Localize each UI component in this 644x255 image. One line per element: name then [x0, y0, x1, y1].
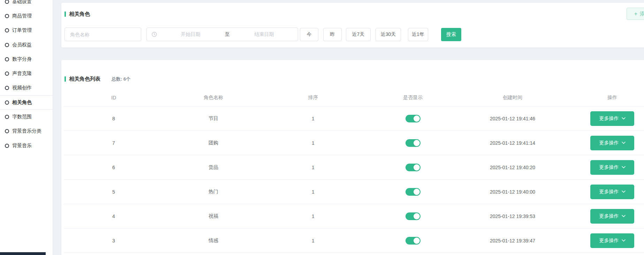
cell-id: 4 — [64, 213, 164, 219]
column-header: 是否显示 — [363, 95, 463, 101]
sidebar-item-label: 商品管理 — [12, 13, 32, 19]
visibility-toggle[interactable] — [406, 139, 421, 147]
cell-created-time: 2025-01-12 19:39:53 — [463, 213, 562, 219]
cell-sort: 1 — [263, 165, 363, 170]
cell-sort: 1 — [263, 238, 363, 243]
cell-role-name: 热门 — [164, 189, 263, 195]
table-row: 5热门12025-01-12 19:40:00更多操作 — [64, 180, 644, 204]
sidebar-item-label: 背景音乐 — [12, 143, 32, 149]
visibility-toggle[interactable] — [406, 212, 421, 220]
visibility-toggle[interactable] — [406, 237, 421, 245]
sidebar-item-label: 背景音乐分类 — [12, 128, 41, 134]
more-actions-label: 更多操作 — [599, 164, 619, 171]
table-header-row: ID角色名称排序是否显示创建时间操作 — [64, 89, 644, 106]
quick-range-button[interactable]: 近7天 — [346, 28, 371, 41]
column-header: 角色名称 — [164, 95, 263, 101]
visibility-toggle[interactable] — [406, 115, 421, 122]
column-header: 操作 — [562, 95, 644, 101]
more-actions-label: 更多操作 — [599, 189, 619, 195]
cell-visibility — [363, 212, 463, 220]
plus-icon: + — [634, 11, 637, 17]
sidebar: 基础设置商品管理订单管理会员权益数字分身声音克隆视频创作相关角色字数范围背景音乐… — [0, 0, 53, 255]
radio-circle-icon — [5, 129, 9, 133]
sidebar-item-selected[interactable]: 相关角色 — [0, 95, 53, 110]
cell-sort: 1 — [263, 116, 363, 121]
sidebar-item[interactable]: 基础设置 — [0, 0, 53, 9]
total-count-label: 总数: 6个 — [112, 76, 130, 82]
sidebar-item-label: 数字分身 — [12, 56, 32, 62]
chevron-down-icon — [622, 215, 626, 217]
cell-id: 7 — [64, 140, 164, 146]
radio-circle-icon — [5, 115, 9, 119]
cell-created-time: 2025-01-12 19:41:46 — [463, 116, 562, 121]
cell-sort: 1 — [263, 140, 363, 146]
more-actions-button[interactable]: 更多操作 — [590, 185, 634, 199]
quick-range-button[interactable]: 近1年 — [408, 28, 428, 41]
cell-created-time: 2025-01-12 19:40:20 — [463, 165, 562, 170]
sidebar-item[interactable]: 会员权益 — [0, 38, 53, 52]
list-card-title: 相关角色列表 — [69, 76, 100, 82]
cell-role-name: 节日 — [164, 115, 263, 122]
roles-table: ID角色名称排序是否显示创建时间操作 8节日12025-01-12 19:41:… — [64, 89, 644, 253]
add-role-button[interactable]: + 添加 — [627, 8, 644, 20]
cell-role-name: 团购 — [164, 140, 263, 146]
chevron-down-icon — [622, 190, 626, 193]
cell-role-name: 货品 — [164, 164, 263, 171]
sidebar-item-label: 字数范围 — [12, 114, 32, 120]
more-actions-label: 更多操作 — [599, 140, 619, 146]
more-actions-button[interactable]: 更多操作 — [590, 111, 634, 126]
radio-circle-icon — [5, 72, 9, 76]
cell-created-time: 2025-01-12 19:40:00 — [463, 189, 562, 195]
table-row: 7团购12025-01-12 19:41:14更多操作 — [64, 131, 644, 155]
visibility-toggle[interactable] — [406, 188, 421, 196]
cell-id: 6 — [64, 165, 164, 170]
cell-id: 3 — [64, 238, 164, 243]
chevron-down-icon — [622, 239, 626, 242]
more-actions-label: 更多操作 — [599, 213, 619, 219]
cell-actions: 更多操作 — [562, 209, 644, 224]
filter-card: 相关角色 开始日期 至 结束日期 今昨近7天近30天近1年 搜索 + 添加 — [61, 3, 644, 47]
more-actions-button[interactable]: 更多操作 — [590, 136, 634, 150]
cell-id: 5 — [64, 189, 164, 195]
toggle-knob-icon — [414, 164, 420, 171]
radio-circle-icon — [5, 28, 9, 32]
quick-range-button[interactable]: 近30天 — [376, 28, 401, 41]
sidebar-item[interactable]: 视频创作 — [0, 81, 53, 95]
column-header: ID — [64, 95, 164, 100]
radio-circle-icon — [5, 100, 9, 105]
sidebar-item-label: 会员权益 — [12, 42, 32, 48]
more-actions-button[interactable]: 更多操作 — [590, 209, 634, 224]
sidebar-item-label: 视频创作 — [12, 85, 32, 91]
toggle-knob-icon — [414, 115, 420, 122]
more-actions-button[interactable]: 更多操作 — [590, 160, 634, 175]
add-role-button-label: 添加 — [640, 11, 644, 17]
sidebar-item[interactable]: 背景音乐分类 — [0, 124, 53, 138]
sidebar-item[interactable]: 字数范围 — [0, 110, 53, 124]
cell-role-name: 祝福 — [164, 213, 263, 219]
sidebar-item[interactable]: 数字分身 — [0, 52, 53, 66]
more-actions-button[interactable]: 更多操作 — [590, 233, 634, 248]
sidebar-item[interactable]: 声音克隆 — [0, 66, 53, 81]
sidebar-item[interactable]: 商品管理 — [0, 9, 53, 23]
more-actions-label: 更多操作 — [599, 115, 619, 122]
table-row: 3情感12025-01-12 19:39:47更多操作 — [64, 228, 644, 253]
sidebar-menu: 基础设置商品管理订单管理会员权益数字分身声音克隆视频创作相关角色字数范围背景音乐… — [0, 0, 53, 153]
column-header: 创建时间 — [463, 95, 562, 101]
visibility-toggle[interactable] — [406, 164, 421, 171]
sidebar-item-label: 相关角色 — [12, 99, 32, 106]
quick-range-button[interactable]: 昨 — [323, 28, 342, 41]
sidebar-item-label: 基础设置 — [12, 0, 32, 5]
sidebar-item-label: 声音克隆 — [12, 70, 32, 77]
title-accent-bar-icon — [65, 76, 66, 82]
cell-visibility — [363, 139, 463, 147]
cell-created-time: 2025-01-12 19:39:47 — [463, 238, 562, 243]
sidebar-item[interactable]: 订单管理 — [0, 23, 53, 38]
radio-circle-icon — [5, 43, 9, 47]
more-actions-label: 更多操作 — [599, 238, 619, 244]
cell-actions: 更多操作 — [562, 185, 644, 199]
quick-range-button[interactable]: 今 — [300, 28, 318, 41]
cell-sort: 1 — [263, 189, 363, 195]
cell-actions: 更多操作 — [562, 136, 644, 150]
sidebar-item[interactable]: 背景音乐 — [0, 138, 53, 153]
search-button[interactable]: 搜索 — [441, 28, 461, 41]
